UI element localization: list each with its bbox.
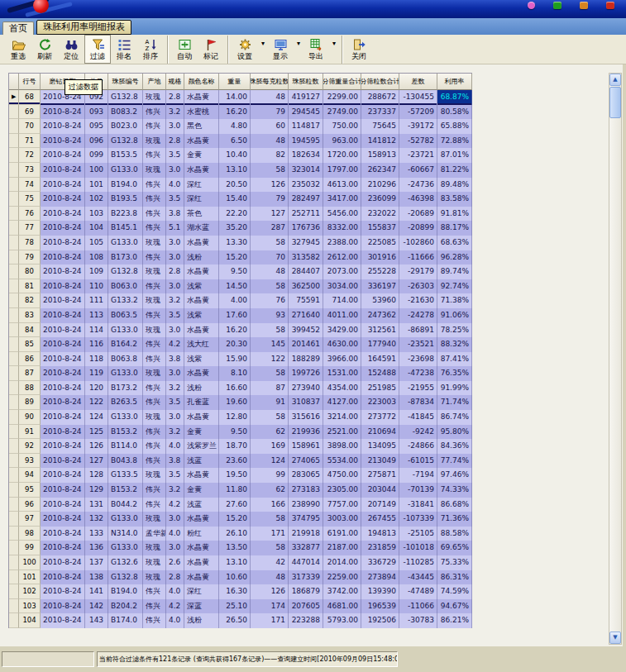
cell-grains-per-gram[interactable]: 171 <box>251 527 289 541</box>
cell-difference[interactable]: -24736 <box>399 178 437 193</box>
cell-weight[interactable]: 15.20 <box>219 512 251 527</box>
cell-grains-per-gram[interactable]: 48 <box>251 90 289 105</box>
cell-line-no[interactable]: 72 <box>19 148 41 163</box>
cell-line-no[interactable]: 104 <box>19 613 41 628</box>
cell-order-no[interactable]: 109 <box>85 265 108 279</box>
cell-blank-no[interactable]: B114.0 <box>108 439 143 454</box>
cell-sieve-count-total[interactable]: 152488 <box>361 366 399 381</box>
cell-spec[interactable]: 5.1 <box>166 221 184 236</box>
table-row[interactable]: 832010-8-24113B063.5伟兴3.5浅紫17.6093271640… <box>9 308 472 323</box>
cell-color-name[interactable]: 浅粉 <box>184 250 219 265</box>
cell-weight[interactable]: 19.60 <box>219 395 251 410</box>
cell-utilization-rate[interactable]: 94.67% <box>437 599 472 614</box>
cell-sieve-count-total[interactable]: 232022 <box>361 207 399 222</box>
cell-line-no[interactable]: 76 <box>19 207 41 222</box>
cell-grains-per-gram[interactable]: 171 <box>251 613 289 628</box>
cell-blank-no[interactable]: B174.0 <box>108 613 143 628</box>
cell-sieve-count-total[interactable]: 273772 <box>361 410 399 425</box>
cell-origin[interactable]: 伟兴 <box>143 439 166 454</box>
cell-line-no[interactable]: 101 <box>19 570 41 585</box>
cell-order-no[interactable]: 111 <box>85 293 108 308</box>
cell-sieve-count-total[interactable]: 196539 <box>361 599 399 614</box>
cell-grind-date[interactable]: 2010-8-24 <box>41 555 85 570</box>
cell-order-no[interactable]: 141 <box>85 584 108 599</box>
cell-utilization-rate[interactable]: 74.59% <box>437 584 472 599</box>
window-theme-button[interactable] <box>528 2 535 9</box>
cell-grain-count[interactable]: 182634 <box>289 148 323 163</box>
cell-line-no[interactable]: 91 <box>19 425 41 440</box>
cell-sieve-count-total[interactable]: 225085 <box>361 236 399 250</box>
cell-sieve-count-total[interactable]: 75645 <box>361 119 399 134</box>
scroll-up-button[interactable]: ▲ <box>609 74 621 86</box>
cell-sieve-weight-total[interactable]: 3417.00 <box>323 192 361 207</box>
cell-origin[interactable]: 玫瑰 <box>143 323 166 338</box>
cell-order-no[interactable]: 126 <box>85 439 108 454</box>
cell-blank-no[interactable]: B194.0 <box>108 584 143 599</box>
cell-line-no[interactable]: 84 <box>19 323 41 338</box>
cell-difference[interactable]: -107339 <box>399 512 437 527</box>
cell-line-no[interactable]: 69 <box>19 105 41 120</box>
cell-order-no[interactable]: 113 <box>85 308 108 323</box>
cell-sieve-count-total[interactable]: 53960 <box>361 293 399 308</box>
cell-sieve-weight-total[interactable]: 2014.00 <box>323 555 361 570</box>
cell-utilization-rate[interactable]: 88.58% <box>437 527 472 541</box>
cell-grain-count[interactable]: 201461 <box>289 337 323 352</box>
cell-utilization-rate[interactable]: 96.28% <box>437 250 472 265</box>
cell-utilization-rate[interactable]: 65.88% <box>437 119 472 134</box>
auto-button[interactable]: 自动 <box>171 35 198 64</box>
cell-line-no[interactable]: 78 <box>19 236 41 250</box>
cell-grains-per-gram[interactable]: 58 <box>251 541 289 555</box>
table-row[interactable]: 962010-8-24131B044.2伟兴4.2浅蓝27.6016623899… <box>9 498 472 512</box>
cell-blank-no[interactable]: B083.2 <box>108 105 143 120</box>
cell-line-no[interactable]: 102 <box>19 584 41 599</box>
cell-utilization-rate[interactable]: 83.58% <box>437 192 472 207</box>
cell-line-no[interactable]: 96 <box>19 498 41 512</box>
cell-origin[interactable]: 玫瑰 <box>143 90 166 105</box>
cell-grind-date[interactable]: 2010-8-24 <box>41 599 85 614</box>
cell-spec[interactable]: 2.8 <box>166 134 184 149</box>
cell-spec[interactable]: 3.0 <box>166 236 184 250</box>
cell-difference[interactable]: -102860 <box>399 236 437 250</box>
cell-utilization-rate[interactable]: 89.48% <box>437 178 472 193</box>
cell-order-no[interactable]: 127 <box>85 454 108 469</box>
cell-difference[interactable]: -39172 <box>399 119 437 134</box>
cell-blank-no[interactable]: G133.0 <box>108 323 143 338</box>
cell-order-no[interactable]: 096 <box>85 134 108 149</box>
cell-color-name[interactable]: 浅紫 <box>184 279 219 294</box>
cell-grains-per-gram[interactable]: 79 <box>251 192 289 207</box>
column-header-spec[interactable]: 规格 <box>166 74 184 90</box>
mark-button[interactable]: 标记 <box>198 35 224 64</box>
cell-weight[interactable]: 16.20 <box>219 323 251 338</box>
cell-utilization-rate[interactable]: 88.32% <box>437 337 472 352</box>
cell-sieve-weight-total[interactable]: 5534.00 <box>323 454 361 469</box>
cell-utilization-rate[interactable]: 71.36% <box>437 512 472 527</box>
cell-grain-count[interactable]: 75591 <box>289 293 323 308</box>
cell-grind-date[interactable]: 2010-8-24 <box>41 381 85 396</box>
cell-difference[interactable]: -20689 <box>399 207 437 222</box>
table-row[interactable]: 712010-8-24096G132.8玫瑰2.8水晶黄6.5048194595… <box>9 134 472 149</box>
cell-blank-no[interactable]: G133.0 <box>108 410 143 425</box>
cell-sieve-weight-total[interactable]: 2749.00 <box>323 105 361 120</box>
cell-weight[interactable]: 14.50 <box>219 279 251 294</box>
cell-blank-no[interactable]: B153.2 <box>108 425 143 440</box>
cell-sieve-weight-total[interactable]: 4011.00 <box>323 308 361 323</box>
cell-weight[interactable]: 9.50 <box>219 425 251 440</box>
cell-blank-no[interactable]: B063.5 <box>108 308 143 323</box>
table-row[interactable]: 992010-8-24136G133.0玫瑰3.0水晶黄13.505833287… <box>9 541 472 555</box>
cell-weight[interactable]: 10.60 <box>219 570 251 585</box>
cell-grain-count[interactable]: 283065 <box>289 468 323 483</box>
cell-weight[interactable]: 11.80 <box>219 483 251 498</box>
cell-origin[interactable]: 玫瑰 <box>143 366 166 381</box>
cell-grain-count[interactable]: 219936 <box>289 425 323 440</box>
cell-grain-count[interactable]: 399452 <box>289 323 323 338</box>
cell-spec[interactable]: 3.0 <box>166 512 184 527</box>
cell-grain-count[interactable]: 176736 <box>289 221 323 236</box>
cell-sieve-weight-total[interactable]: 2073.00 <box>323 265 361 279</box>
cell-order-no[interactable]: 122 <box>85 395 108 410</box>
cell-grain-count[interactable]: 271640 <box>289 308 323 323</box>
table-row[interactable]: 1012010-8-24138G132.8玫瑰2.8水晶黄10.60483173… <box>9 570 472 585</box>
cell-order-no[interactable]: 138 <box>85 570 108 585</box>
cell-difference[interactable]: -25105 <box>399 527 437 541</box>
cell-grind-date[interactable]: 2010-8-24 <box>41 425 85 440</box>
cell-line-no[interactable]: 103 <box>19 599 41 614</box>
